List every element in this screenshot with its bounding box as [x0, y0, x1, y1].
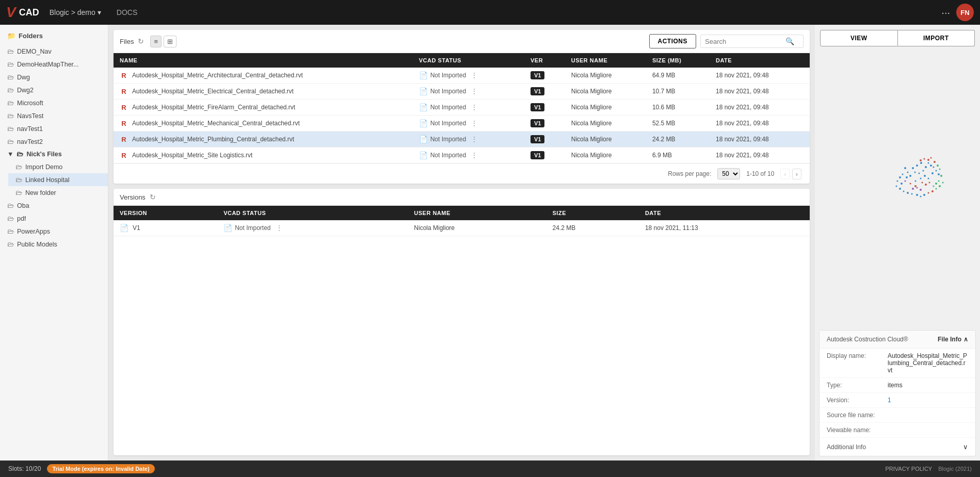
sidebar-item-new-folder[interactable]: 🗁 New folder — [8, 186, 108, 199]
grid-view-button[interactable]: ⊞ — [164, 36, 176, 47]
svg-point-27 — [922, 182, 923, 184]
row-menu-icon[interactable]: ⋮ — [469, 120, 479, 127]
svg-point-34 — [940, 175, 942, 177]
svg-point-4 — [919, 173, 920, 174]
file-info-toggle[interactable]: File Info ∧ — [938, 336, 968, 343]
svg-point-36 — [935, 183, 937, 185]
nicks-files-children: 🗁 Import Demo 🗁 Linked Hospital 🗁 New fo… — [0, 160, 108, 199]
svg-point-46 — [899, 188, 901, 190]
sidebar-item-microsoft[interactable]: 🗁 Microsoft — [0, 96, 108, 109]
model-preview — [841, 137, 954, 240]
sidebar-item-pdf[interactable]: 🗁 pdf — [0, 212, 108, 225]
sidebar-scroll[interactable]: 🗁 DEMO_Nav 🗁 DemoHeatMapTher... 🗁 Dwg 🗁 … — [0, 45, 108, 460]
file-date: 18 nov 2021, 09:48 — [710, 116, 810, 131]
list-view-button[interactable]: ≡ — [150, 36, 162, 47]
row-menu-icon[interactable]: ⋮ — [469, 104, 479, 111]
folder-icon: 📁 — [7, 32, 15, 40]
table-row[interactable]: R Autodesk_Hospital_Metric_Site Logistic… — [114, 147, 810, 163]
table-row[interactable]: R Autodesk_Hospital_Metric_Electrical_Ce… — [114, 84, 810, 100]
svg-point-23 — [924, 158, 925, 160]
breadcrumb[interactable]: Blogic > demo ▾ — [50, 8, 101, 17]
folder-icon: 🗁 — [7, 73, 14, 81]
view-button[interactable]: VIEW — [820, 30, 898, 46]
version-menu-icon[interactable]: ⋮ — [274, 224, 284, 232]
row-menu-icon[interactable]: ⋮ — [469, 88, 479, 95]
table-row[interactable]: R Autodesk_Hospital_Metric_Architectural… — [114, 68, 810, 84]
file-status-icon: 📄 — [419, 71, 428, 79]
refresh-icon[interactable]: ↻ — [138, 37, 144, 45]
row-menu-icon[interactable]: ⋮ — [469, 152, 479, 159]
versions-table: VERSION VCAD STATUS USER NAME SIZE DATE … — [114, 206, 810, 236]
col-user-name: USER NAME — [565, 53, 646, 68]
additional-info-label: Additional Info — [827, 443, 866, 451]
rows-per-page-select[interactable]: 50 — [717, 168, 740, 179]
more-options-icon[interactable]: ··· — [941, 7, 950, 19]
prev-page-button[interactable]: ‹ — [780, 169, 790, 179]
file-size: 6.9 MB — [646, 147, 710, 163]
sidebar-item-powerapps[interactable]: 🗁 PowerApps — [0, 225, 108, 238]
svg-point-29 — [929, 182, 930, 184]
sidebar-item-dwg[interactable]: 🗁 Dwg — [0, 71, 108, 84]
file-name: Autodesk_Hospital_Metric_Architectural_C… — [132, 72, 303, 79]
type-value: items — [888, 382, 903, 389]
sidebar-item-linked-hospital[interactable]: 🗁 Linked Hospital — [8, 173, 108, 186]
file-status-icon: 📄 — [419, 135, 428, 143]
col-ver: VER — [524, 53, 565, 68]
version-label: Version: — [827, 397, 883, 404]
version-status-icon: 📄 — [223, 224, 232, 232]
row-menu-icon[interactable]: ⋮ — [469, 72, 479, 79]
vcol-status: VCAD STATUS — [217, 206, 408, 220]
col-name: NAME — [114, 53, 413, 68]
file-status-icon: 📄 — [419, 119, 428, 127]
table-row[interactable]: 📄 V1 📄 Not Imported ⋮ Nicola Migliore 24… — [114, 220, 810, 236]
svg-point-41 — [905, 180, 906, 182]
file-info-section: Autodesk Costruction Cloud® File Info ∧ … — [819, 330, 976, 456]
svg-point-18 — [907, 172, 909, 173]
versions-refresh-icon[interactable]: ↻ — [150, 193, 156, 201]
svg-point-5 — [914, 172, 916, 173]
sidebar-item-demo-heat[interactable]: 🗁 DemoHeatMapTher... — [0, 58, 108, 71]
svg-point-1 — [916, 165, 918, 167]
import-button[interactable]: IMPORT — [898, 30, 975, 46]
page-nav: ‹ › — [780, 169, 801, 179]
table-row[interactable]: R Autodesk_Hospital_Metric_FireAlarm_Cen… — [114, 100, 810, 116]
logo: V CAD — [6, 5, 39, 20]
version-user: Nicola Migliore — [408, 220, 546, 236]
file-status-icon: 📄 — [419, 151, 428, 159]
files-table-container[interactable]: NAME VCAD STATUS VER USER NAME SIZE (MB)… — [114, 53, 810, 163]
folder-icon: 🗁 — [7, 215, 14, 222]
sidebar-item-oba[interactable]: 🗁 Oba — [0, 199, 108, 212]
user-avatar[interactable]: FN — [956, 4, 974, 21]
additional-info-row[interactable]: Additional Info ∨ — [820, 438, 975, 456]
table-row[interactable]: R Autodesk_Hospital_Metric_Mechanical_Ce… — [114, 116, 810, 131]
svg-point-44 — [901, 183, 903, 185]
docs-link[interactable]: DOCS — [117, 8, 137, 17]
search-input[interactable] — [705, 38, 782, 45]
version-badge: V1 — [531, 103, 544, 111]
next-page-button[interactable]: › — [792, 169, 801, 179]
actions-button[interactable]: ACTIONS — [649, 34, 697, 48]
privacy-policy-link[interactable]: PRIVACY POLICY — [885, 466, 932, 472]
svg-point-38 — [912, 188, 914, 190]
sidebar-item-import-demo[interactable]: 🗁 Import Demo — [8, 160, 108, 173]
sidebar: 📁 Folders 🗁 DEMO_Nav 🗁 DemoHeatMapTher..… — [0, 25, 108, 460]
folder-icon: 🗁 — [17, 151, 23, 158]
folder-icon: 🗁 — [7, 240, 14, 248]
sidebar-item-dwg2[interactable]: 🗁 Dwg2 — [0, 84, 108, 96]
versions-table-container[interactable]: VERSION VCAD STATUS USER NAME SIZE DATE … — [114, 206, 810, 236]
sidebar-item-navtest1[interactable]: 🗁 navTest1 — [0, 122, 108, 135]
version-number: V1 — [133, 224, 140, 232]
trial-badge: Trial Mode (expires on: Invalid Date) — [47, 464, 154, 473]
sidebar-item-demo-nav[interactable]: 🗁 DEMO_Nav — [0, 45, 108, 58]
sidebar-item-nicks-files[interactable]: ▼ 🗁 Nick's Files — [0, 148, 108, 160]
sidebar-item-navtest2[interactable]: 🗁 navTest2 — [0, 135, 108, 148]
svg-point-15 — [938, 173, 940, 175]
svg-point-17 — [909, 175, 911, 177]
file-size: 10.6 MB — [646, 100, 710, 116]
svg-point-42 — [899, 176, 901, 178]
table-row[interactable]: R Autodesk_Hospital_Metric_Plumbing_Cent… — [114, 131, 810, 147]
sidebar-item-navstest[interactable]: 🗁 NavsTest — [0, 109, 108, 122]
right-panel: VIEW IMPORT — [815, 25, 980, 460]
row-menu-icon[interactable]: ⋮ — [469, 136, 479, 143]
sidebar-item-public-models[interactable]: 🗁 Public Models — [0, 238, 108, 251]
